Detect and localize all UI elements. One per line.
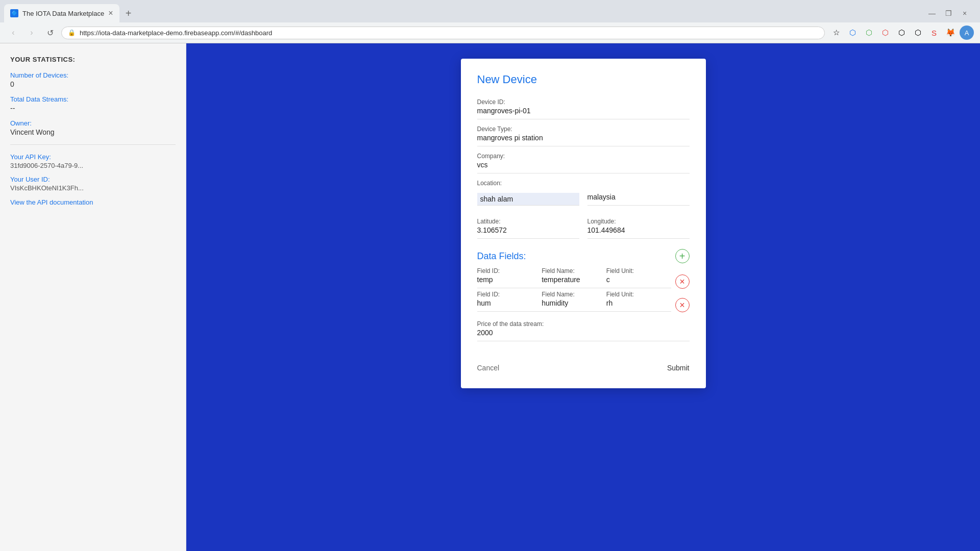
field-2-unit-label: Field Unit: <box>606 291 671 298</box>
dialog-title: New Device <box>477 73 690 86</box>
location-country-col: malaysia <box>587 193 690 206</box>
url-text: https://iota-data-marketplace-demo.fireb… <box>80 29 272 37</box>
remove-field-1-button[interactable]: × <box>675 274 690 289</box>
field-2-unit-col: Field Unit: rh <box>606 291 671 312</box>
active-tab[interactable]: 🔷 The IOTA Data Marketplace × <box>4 4 119 22</box>
num-devices-label: Number of Devices: <box>10 71 176 79</box>
tab-title: The IOTA Data Marketplace <box>22 10 104 17</box>
extension-icon-7[interactable]: 🦊 <box>943 26 958 40</box>
dialog-actions: Cancel Submit <box>477 356 690 376</box>
field-2-id-label: Field ID: <box>477 291 542 298</box>
company-field: Company: vcs <box>477 153 690 173</box>
field-1-id-label: Field ID: <box>477 267 542 274</box>
latlong-row: Latitude: 3.106572 Longitude: 101.449684 <box>477 212 690 239</box>
new-tab-button[interactable]: + <box>121 6 136 20</box>
tab-bar: 🔷 The IOTA Data Marketplace × + — ❐ × <box>0 0 980 22</box>
field-1-labels-row: Field ID: temp Field Name: temperature F… <box>477 267 671 288</box>
field-1-id-value: temp <box>477 276 542 288</box>
field-1-name-label: Field Name: <box>542 267 606 274</box>
owner-value: Vincent Wong <box>10 128 176 136</box>
extension-icon-2[interactable]: ⬡ <box>862 26 876 40</box>
back-button[interactable]: ‹ <box>6 26 20 40</box>
extension-icon-3[interactable]: ⬡ <box>878 26 892 40</box>
extension-icon-5[interactable]: ⬡ <box>911 26 925 40</box>
data-fields-title: Data Fields: <box>477 251 675 262</box>
field-1-name-value: temperature <box>542 276 606 288</box>
device-id-value: mangroves-pi-01 <box>477 107 690 119</box>
api-key-value: 31fd9006-2570-4a79-9... <box>10 162 176 169</box>
sidebar: YOUR STATISTICS: Number of Devices: 0 To… <box>0 43 186 551</box>
main-area: New Device Device ID: mangroves-pi-01 De… <box>186 43 980 551</box>
api-doc-link[interactable]: View the API documentation <box>10 198 93 206</box>
total-streams-value: -- <box>10 104 176 112</box>
extension-icon-4[interactable]: ⬡ <box>894 26 909 40</box>
api-key-label: Your API Key: <box>10 153 176 161</box>
device-type-field: Device Type: mangroves pi station <box>477 126 690 146</box>
owner-label: Owner: <box>10 119 176 127</box>
submit-button[interactable]: Submit <box>667 360 690 376</box>
company-value: vcs <box>477 161 690 173</box>
latitude-col: Latitude: 3.106572 <box>477 212 579 239</box>
sidebar-divider-1 <box>10 144 176 145</box>
location-country-value: malaysia <box>587 193 690 206</box>
address-bar[interactable]: 🔒 https://iota-data-marketplace-demo.fir… <box>61 27 825 39</box>
stats-section-title: YOUR STATISTICS: <box>10 56 176 63</box>
field-2-name-col: Field Name: humidity <box>542 291 606 312</box>
field-2-labels-row: Field ID: hum Field Name: humidity Field… <box>477 291 671 312</box>
close-button[interactable]: × <box>958 6 972 20</box>
toolbar-icons: ☆ ⬡ ⬡ ⬡ ⬡ ⬡ S 🦊 A <box>829 26 974 40</box>
lock-icon: 🔒 <box>68 29 76 36</box>
bookmark-icon[interactable]: ☆ <box>829 26 843 40</box>
user-avatar[interactable]: A <box>960 26 974 40</box>
field-2-unit-value: rh <box>606 299 671 312</box>
field-1-unit-col: Field Unit: c <box>606 267 671 288</box>
device-id-field: Device ID: mangroves-pi-01 <box>477 98 690 119</box>
location-row: shah alam malaysia <box>477 193 690 206</box>
maximize-button[interactable]: ❐ <box>941 6 955 20</box>
field-2-id-value: hum <box>477 299 542 312</box>
device-id-label: Device ID: <box>477 98 690 106</box>
price-label: Price of the data stream: <box>477 320 690 328</box>
device-type-label: Device Type: <box>477 126 690 133</box>
total-streams-label: Total Data Streams: <box>10 95 176 103</box>
reload-button[interactable]: ↺ <box>43 26 57 40</box>
user-id-label: Your User ID: <box>10 176 176 183</box>
tab-close-button[interactable]: × <box>108 9 113 17</box>
remove-field-2-button[interactable]: × <box>675 298 690 312</box>
field-1-unit-label: Field Unit: <box>606 267 671 274</box>
new-device-dialog: New Device Device ID: mangroves-pi-01 De… <box>461 59 706 388</box>
field-2-id-col: Field ID: hum <box>477 291 542 312</box>
longitude-col: Longitude: 101.449684 <box>587 212 690 239</box>
data-fields-header: Data Fields: + <box>477 249 690 263</box>
extension-icon-6[interactable]: S <box>927 26 941 40</box>
minimize-button[interactable]: — <box>925 6 939 20</box>
company-label: Company: <box>477 153 690 160</box>
window-controls: — ❐ × <box>925 6 976 20</box>
latitude-value: 3.106572 <box>477 226 579 239</box>
field-1-unit-value: c <box>606 276 671 288</box>
location-city-value: shah alam <box>477 193 579 206</box>
field-1-id-col: Field ID: temp <box>477 267 542 288</box>
price-section: Price of the data stream: 2000 <box>477 320 690 341</box>
field-2-name-value: humidity <box>542 299 606 312</box>
longitude-value: 101.449684 <box>587 226 690 239</box>
field-2-content: Field ID: hum Field Name: humidity Field… <box>477 291 671 312</box>
address-bar-row: ‹ › ↺ 🔒 https://iota-data-marketplace-de… <box>0 22 980 43</box>
num-devices-value: 0 <box>10 80 176 88</box>
tab-favicon: 🔷 <box>10 9 18 17</box>
device-type-value: mangroves pi station <box>477 134 690 146</box>
location-city-col: shah alam <box>477 193 579 206</box>
add-field-button[interactable]: + <box>675 249 690 263</box>
location-label: Location: <box>477 180 690 187</box>
longitude-label: Longitude: <box>587 218 690 225</box>
price-value: 2000 <box>477 329 690 341</box>
cancel-button[interactable]: Cancel <box>477 360 500 376</box>
data-field-row-2: Field ID: hum Field Name: humidity Field… <box>477 291 690 312</box>
field-1-content: Field ID: temp Field Name: temperature F… <box>477 267 671 288</box>
page-body: YOUR STATISTICS: Number of Devices: 0 To… <box>0 43 980 551</box>
forward-button[interactable]: › <box>24 26 39 40</box>
latitude-label: Latitude: <box>477 218 579 225</box>
extension-icon-1[interactable]: ⬡ <box>845 26 860 40</box>
field-1-name-col: Field Name: temperature <box>542 267 606 288</box>
user-id-value: VIsKcBHKOteNI1K3Fh... <box>10 184 176 192</box>
